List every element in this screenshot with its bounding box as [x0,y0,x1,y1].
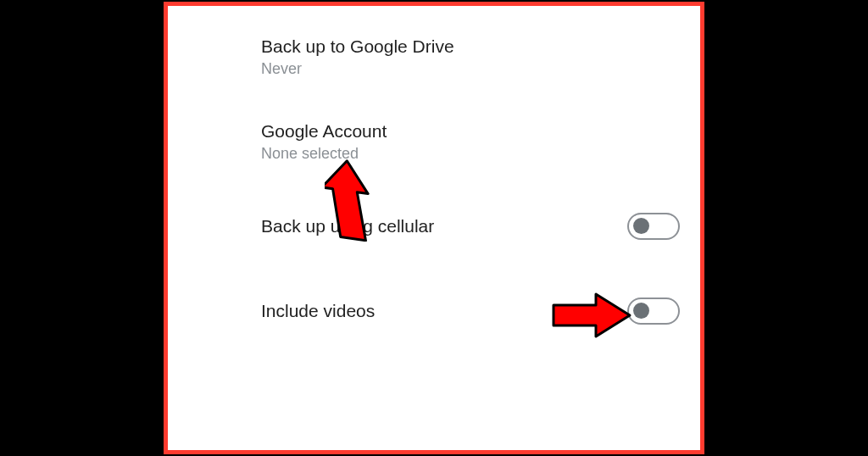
backup-cellular-toggle[interactable] [627,213,680,240]
backup-google-drive-label: Back up to Google Drive [261,36,454,57]
google-account-label: Google Account [261,121,387,142]
google-account-value: None selected [261,145,387,163]
backup-cellular-row: Back up using cellular [168,196,700,257]
include-videos-text: Include videos [261,301,375,321]
include-videos-label: Include videos [261,301,375,321]
backup-cellular-text: Back up using cellular [261,216,434,236]
backup-google-drive-value: Never [261,60,454,78]
backup-google-drive-row[interactable]: Back up to Google Drive Never [168,26,700,87]
include-videos-row: Include videos [168,281,700,342]
settings-panel: Back up to Google Drive Never Google Acc… [164,2,704,454]
backup-google-drive-text: Back up to Google Drive Never [261,36,454,78]
google-account-text: Google Account None selected [261,121,387,163]
backup-cellular-label: Back up using cellular [261,216,434,236]
include-videos-toggle[interactable] [627,298,680,325]
google-account-row[interactable]: Google Account None selected [168,111,700,172]
